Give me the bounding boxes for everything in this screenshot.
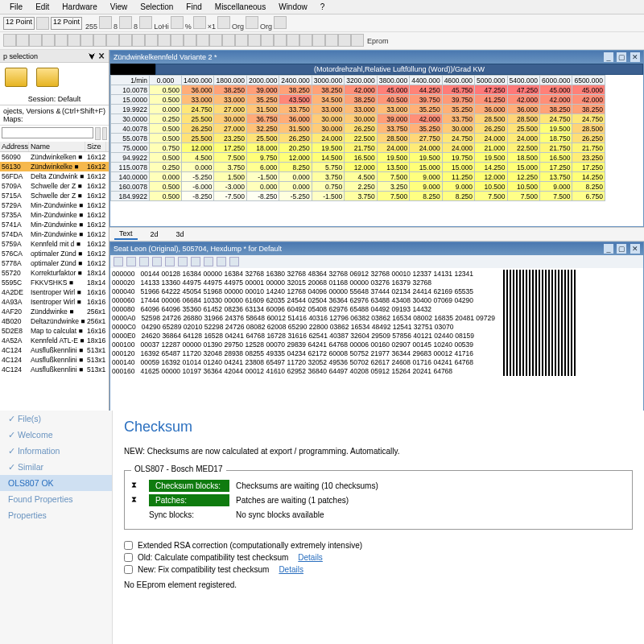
map-row[interactable]: 5759AKennfeld mit d ■16x12 bbox=[0, 239, 109, 249]
checkbox[interactable] bbox=[124, 565, 133, 574]
hex-tool-btn[interactable] bbox=[152, 257, 162, 266]
map-row[interactable]: 4C124Ausflußkennlini ■513x1 bbox=[0, 365, 109, 374]
toolbar-btn[interactable] bbox=[184, 34, 196, 47]
menu-find[interactable]: Find bbox=[180, 2, 208, 11]
map-row[interactable]: 5D2E8Map to calculat ■16x16 bbox=[0, 326, 109, 336]
toolbar-btn[interactable] bbox=[248, 34, 261, 47]
toolbar-btn[interactable] bbox=[68, 34, 80, 47]
menu-file[interactable]: File bbox=[3, 2, 29, 11]
tab-3d[interactable]: 3d bbox=[171, 229, 189, 239]
map-row[interactable]: 4C124Ausflußkennlini ■513x1 bbox=[0, 345, 109, 355]
menu-selection[interactable]: Selection bbox=[134, 2, 180, 11]
close-icon[interactable]: ✕ bbox=[630, 244, 640, 254]
toolbar-btn[interactable] bbox=[193, 16, 206, 29]
close-icon[interactable]: ✕ bbox=[630, 52, 640, 62]
toolbar-btn[interactable] bbox=[36, 17, 49, 30]
checksum-nav-item[interactable]: Properties bbox=[0, 507, 112, 523]
hex-tool-btn[interactable] bbox=[114, 257, 123, 266]
toolbar-btn[interactable] bbox=[16, 34, 29, 47]
map-row[interactable]: 574DAMin-Zündwinke ■16x12 bbox=[0, 229, 109, 239]
col-name[interactable]: Name bbox=[29, 142, 85, 151]
toolbar-label[interactable]: Org bbox=[230, 23, 246, 31]
map-row[interactable]: 5729AMin-Zündwinke ■16x12 bbox=[0, 200, 109, 210]
toolbar-btn[interactable] bbox=[42, 34, 55, 47]
font-size-b[interactable]: 12 Point bbox=[51, 17, 82, 30]
toolbar-label[interactable]: LoHi bbox=[152, 23, 171, 31]
toolbar-btn[interactable] bbox=[338, 34, 351, 47]
checksum-nav-item[interactable]: OLS807 OK bbox=[0, 475, 112, 491]
checksum-nav-item[interactable]: ✓ Welcome bbox=[0, 427, 112, 443]
toolbar-btn[interactable] bbox=[261, 34, 274, 47]
toolbar-btn[interactable] bbox=[209, 34, 222, 47]
toolbar-btn[interactable] bbox=[299, 34, 312, 47]
checksum-action-button[interactable]: Patches: bbox=[149, 494, 229, 506]
map-row[interactable]: 56FDADelta Zündwink ■16x12 bbox=[0, 171, 109, 181]
open-folder-icon[interactable] bbox=[5, 68, 27, 87]
map-row[interactable]: 5741AMin-Zündwinke ■16x12 bbox=[0, 220, 109, 229]
map-search-input[interactable] bbox=[2, 127, 93, 138]
search-clear-icon[interactable] bbox=[102, 127, 108, 140]
toolbar-btn[interactable] bbox=[55, 34, 68, 47]
hex-content[interactable]: 000000 00144 00128 16384 00000 16384 327… bbox=[112, 270, 495, 413]
toolbar-label[interactable]: % bbox=[184, 23, 193, 31]
toolbar-label[interactable]: ×1 bbox=[206, 23, 217, 31]
toolbar-btn[interactable] bbox=[119, 34, 132, 47]
map-row[interactable]: 5709ASchwelle der Z ■16x12 bbox=[0, 181, 109, 191]
details-link[interactable]: Details bbox=[298, 553, 323, 562]
menu-hardware[interactable]: Hardware bbox=[56, 2, 103, 11]
map-row[interactable]: 4B020Deltazündwinke ■256x1 bbox=[0, 316, 109, 326]
checksum-nav-item[interactable]: Found Properties bbox=[0, 491, 112, 507]
toolbar-btn[interactable] bbox=[287, 34, 299, 47]
menu-?[interactable]: ? bbox=[314, 2, 332, 11]
hex-tool-btn[interactable] bbox=[191, 257, 200, 266]
hex-tool-btn[interactable] bbox=[204, 257, 213, 266]
toolbar-btn[interactable] bbox=[235, 34, 248, 47]
toolbar-btn[interactable] bbox=[132, 34, 145, 47]
hex-tool-btn[interactable] bbox=[126, 257, 136, 266]
toolbar-btn[interactable] bbox=[351, 34, 364, 47]
toolbar-btn[interactable] bbox=[312, 34, 325, 47]
toolbar-btn[interactable] bbox=[139, 16, 152, 29]
map-row[interactable]: 5595CFKKVSHKS ■18x14 bbox=[0, 278, 109, 287]
menu-view[interactable]: View bbox=[104, 2, 134, 11]
font-size-a[interactable]: 12 Point bbox=[3, 17, 35, 30]
map-row[interactable]: 4A52AKennfeld ATL-E ■18x16 bbox=[0, 336, 109, 345]
hex-tool-btn[interactable] bbox=[229, 257, 239, 266]
toolbar-btn[interactable] bbox=[325, 34, 338, 47]
col-address[interactable]: Address bbox=[0, 142, 29, 151]
toolbar-btn[interactable] bbox=[274, 34, 287, 47]
checksum-nav-item[interactable]: ✓ File(s) bbox=[0, 411, 112, 427]
map-row[interactable]: 56090Zündwinkelken ■16x12 bbox=[0, 152, 109, 162]
panel-collapse-icon[interactable]: ⮟ ✕ bbox=[89, 52, 105, 60]
map-row[interactable]: 576CAoptimaler Zünd ■16x12 bbox=[0, 249, 109, 258]
toolbar-btn[interactable] bbox=[246, 16, 258, 29]
toolbar-btn[interactable] bbox=[274, 16, 287, 29]
map-row[interactable]: 5715ASchwelle der Z ■16x12 bbox=[0, 191, 109, 200]
map-row[interactable]: 4A2DEIsentroper Wirl ■16x16 bbox=[0, 287, 109, 297]
toolbar-btn[interactable] bbox=[217, 16, 230, 29]
hex-tool-btn[interactable] bbox=[139, 257, 149, 266]
minimize-icon[interactable]: _ bbox=[604, 244, 613, 254]
minimize-icon[interactable]: _ bbox=[604, 52, 613, 62]
toolbar-btn[interactable] bbox=[29, 34, 42, 47]
toolbar-label[interactable]: Org bbox=[258, 23, 274, 31]
tab-2d[interactable]: 2d bbox=[146, 229, 163, 239]
menu-edit[interactable]: Edit bbox=[29, 2, 56, 11]
map-row[interactable]: 55720Korrekturfaktor ■18x14 bbox=[0, 268, 109, 278]
checkbox[interactable] bbox=[124, 541, 133, 550]
hex-tool-btn[interactable] bbox=[165, 257, 175, 266]
map-row[interactable]: 4AF20Zünddwinke ■256x1 bbox=[0, 307, 109, 316]
checkbox[interactable] bbox=[124, 553, 133, 562]
search-go-icon[interactable] bbox=[95, 127, 101, 140]
checksum-nav-item[interactable]: ✓ Information bbox=[0, 443, 112, 459]
col-size[interactable]: Size bbox=[85, 142, 106, 151]
hex-tool-btn[interactable] bbox=[178, 257, 188, 266]
open-folder-icon[interactable] bbox=[36, 68, 59, 87]
toolbar-label[interactable]: 255 bbox=[84, 23, 99, 31]
toolbar-btn[interactable] bbox=[99, 16, 112, 29]
toolbar-btn[interactable] bbox=[196, 34, 209, 47]
tab-text[interactable]: Text bbox=[114, 229, 138, 240]
map-row[interactable]: 4A93AIsentroper Wirl ■16x16 bbox=[0, 297, 109, 307]
menu-miscellaneous[interactable]: Miscellaneous bbox=[208, 2, 272, 11]
checksum-nav-item[interactable]: ✓ Similar bbox=[0, 459, 112, 475]
